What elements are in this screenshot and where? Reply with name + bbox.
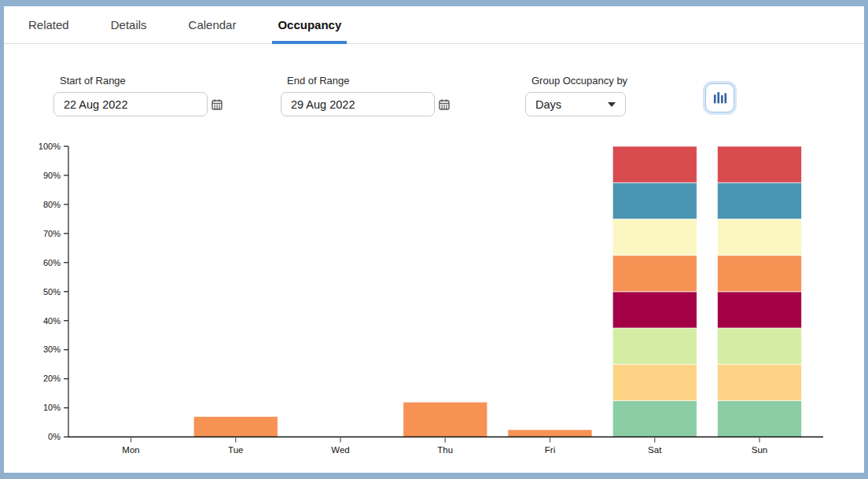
bar-segment-Fri-segment-5[interactable] [508, 429, 592, 437]
bar-segment-Sun-segment-8[interactable] [718, 146, 802, 182]
x-tick-label: Wed [331, 445, 349, 455]
y-tick-label: 20% [43, 374, 61, 383]
y-tick-label: 100% [39, 142, 61, 151]
bar-segment-Sun-segment-6[interactable] [718, 219, 802, 255]
bar-segment-Sat-segment-1[interactable] [612, 400, 697, 437]
bar-segment-Thu-segment-5[interactable] [403, 402, 487, 437]
bar-segment-Sun-segment-5[interactable] [718, 256, 802, 292]
y-tick-label: 90% [43, 171, 61, 180]
bar-segment-Sun-segment-2[interactable] [718, 364, 802, 400]
bar-segment-Sun-segment-1[interactable] [718, 400, 802, 437]
bar-segment-Sat-segment-7[interactable] [612, 182, 697, 219]
bar-segment-Sat-segment-3[interactable] [612, 328, 697, 364]
occupancy-chart: 0%10%20%30%40%50%60%70%80%90%100%MonTueW… [4, 6, 864, 473]
bar-segment-Sat-segment-8[interactable] [612, 146, 697, 182]
y-tick-label: 80% [43, 200, 61, 209]
x-tick-label: Sun [752, 445, 767, 455]
y-tick-label: 50% [43, 287, 61, 297]
bar-segment-Sun-segment-3[interactable] [718, 328, 802, 364]
occupancy-panel: Related Details Calendar Occupancy Start… [4, 6, 864, 473]
y-tick-label: 0% [48, 432, 61, 441]
x-tick-label: Tue [228, 445, 243, 455]
bar-segment-Sun-segment-4[interactable] [718, 292, 802, 328]
y-tick-label: 70% [43, 229, 61, 238]
y-tick-label: 60% [43, 258, 61, 267]
bar-segment-Sat-segment-5[interactable] [612, 256, 697, 292]
x-tick-label: Thu [437, 445, 453, 455]
bar-segment-Sat-segment-2[interactable] [612, 364, 697, 400]
y-tick-label: 10% [43, 403, 61, 412]
y-tick-label: 30% [43, 345, 61, 354]
bar-segment-Sat-segment-6[interactable] [612, 219, 697, 255]
x-tick-label: Fri [545, 445, 555, 455]
bar-segment-Sat-segment-4[interactable] [612, 292, 697, 328]
bar-segment-Tue-segment-5[interactable] [193, 417, 278, 437]
x-tick-label: Sat [648, 445, 662, 455]
x-tick-label: Mon [122, 445, 139, 455]
window-frame: Related Details Calendar Occupancy Start… [0, 0, 868, 479]
bar-segment-Sun-segment-7[interactable] [718, 182, 802, 219]
y-tick-label: 40% [43, 316, 61, 326]
